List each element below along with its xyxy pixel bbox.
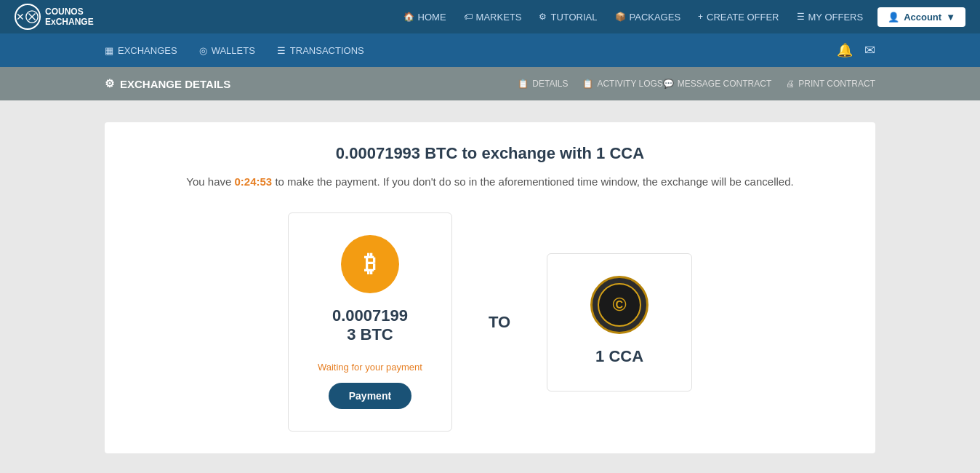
to-separator: TO <box>474 291 525 354</box>
exchanges-icon: ▦ <box>105 45 113 56</box>
nav-packages[interactable]: 📦 PACKAGES <box>615 12 681 23</box>
create-offer-icon: + <box>698 12 703 22</box>
logo-text: COUNOS ExCHANGE <box>45 7 94 28</box>
tab-details[interactable]: 📋 DETAILS <box>518 79 568 89</box>
wallets-icon: ◎ <box>199 45 207 56</box>
nav-links: 🏠 HOME 🏷 MARKETS ⚙ TUTORIAL 📦 PACKAGES +… <box>403 12 864 23</box>
secondary-nav: ▦ EXCHANGES ◎ WALLETS ☰ TRANSACTIONS 🔔 ✉ <box>90 33 890 67</box>
exchange-header-wrapper: ⚙ EXCHANGE DETAILS 📋 DETAILS 📋 ACTIVITY … <box>0 67 980 100</box>
exchange-heading: 0.00071993 BTC to exchange with 1 CCA <box>126 144 854 163</box>
logo-icon <box>15 4 41 30</box>
print-contract-link[interactable]: 🖨 PRINT CONTRACT <box>786 79 875 89</box>
activity-logs-tab-icon: 📋 <box>582 79 593 89</box>
secondary-nav-links: ▦ EXCHANGES ◎ WALLETS ☰ TRANSACTIONS <box>105 45 837 56</box>
home-icon: 🏠 <box>403 12 414 22</box>
btc-coin-icon: ₿ <box>341 235 399 293</box>
cca-card: © 1 CCA <box>547 253 692 391</box>
waiting-text: Waiting for your payment <box>318 362 422 373</box>
exchange-header: ⚙ EXCHANGE DETAILS 📋 DETAILS 📋 ACTIVITY … <box>90 67 890 100</box>
main-content: 0.00071993 BTC to exchange with 1 CCA Yo… <box>90 100 890 473</box>
exchange-cards-row: ₿ 0.0007199 3 BTC Waiting for your payme… <box>126 212 854 432</box>
nav-home[interactable]: 🏠 HOME <box>403 12 446 23</box>
my-offers-icon: ☰ <box>797 12 805 22</box>
details-tab-icon: 📋 <box>518 79 529 89</box>
nav-exchanges[interactable]: ▦ EXCHANGES <box>105 45 177 56</box>
exchange-actions: 💬 MESSAGE CONTRACT 🖨 PRINT CONTRACT <box>663 79 875 89</box>
timer-text: You have 0:24:53 to make the payment. If… <box>126 173 854 191</box>
message-contract-link[interactable]: 💬 MESSAGE CONTRACT <box>663 79 771 89</box>
secondary-nav-wrapper: ▦ EXCHANGES ◎ WALLETS ☰ TRANSACTIONS 🔔 ✉ <box>0 33 980 67</box>
logo-area: COUNOS ExCHANGE <box>15 4 94 30</box>
cca-coin-icon: © <box>590 276 648 334</box>
exchange-details-title: ⚙ EXCHANGE DETAILS <box>105 77 518 90</box>
notifications-button[interactable]: 🔔 <box>837 42 853 58</box>
nav-markets[interactable]: 🏷 MARKETS <box>464 12 522 23</box>
nav-tutorial[interactable]: ⚙ TUTORIAL <box>539 12 597 23</box>
dropdown-arrow-icon: ▼ <box>946 12 955 23</box>
markets-icon: 🏷 <box>464 12 473 22</box>
btc-amount: 0.0007199 3 BTC <box>332 306 408 344</box>
packages-icon: 📦 <box>615 12 626 22</box>
transactions-icon: ☰ <box>277 45 286 56</box>
cca-amount: 1 CCA <box>595 347 643 366</box>
nav-transactions[interactable]: ☰ TRANSACTIONS <box>277 45 364 56</box>
settings-icon: ⚙ <box>105 77 114 90</box>
print-icon: 🖨 <box>786 79 795 89</box>
account-icon: 👤 <box>888 12 899 23</box>
nav-create-offer[interactable]: + CREATE OFFER <box>698 12 779 23</box>
payment-button[interactable]: Payment <box>329 383 411 409</box>
nav-my-offers[interactable]: ☰ MY OFFERS <box>797 12 864 23</box>
tutorial-icon: ⚙ <box>539 12 547 22</box>
account-button[interactable]: 👤 Account ▼ <box>877 7 965 27</box>
btc-card: ₿ 0.0007199 3 BTC Waiting for your payme… <box>288 212 452 432</box>
message-icon: 💬 <box>663 79 674 89</box>
nav-wallets[interactable]: ◎ WALLETS <box>199 45 255 56</box>
svg-text:₿: ₿ <box>364 250 376 277</box>
timer-value: 0:24:53 <box>235 175 273 188</box>
secondary-nav-icons: 🔔 ✉ <box>837 42 875 58</box>
exchange-tabs: 📋 DETAILS 📋 ACTIVITY LOGS <box>518 79 663 89</box>
messages-button[interactable]: ✉ <box>864 42 875 58</box>
tab-activity-logs[interactable]: 📋 ACTIVITY LOGS <box>582 79 662 89</box>
content-card: 0.00071993 BTC to exchange with 1 CCA Yo… <box>105 122 875 453</box>
top-navigation: COUNOS ExCHANGE 🏠 HOME 🏷 MARKETS ⚙ TUTOR… <box>0 0 980 33</box>
